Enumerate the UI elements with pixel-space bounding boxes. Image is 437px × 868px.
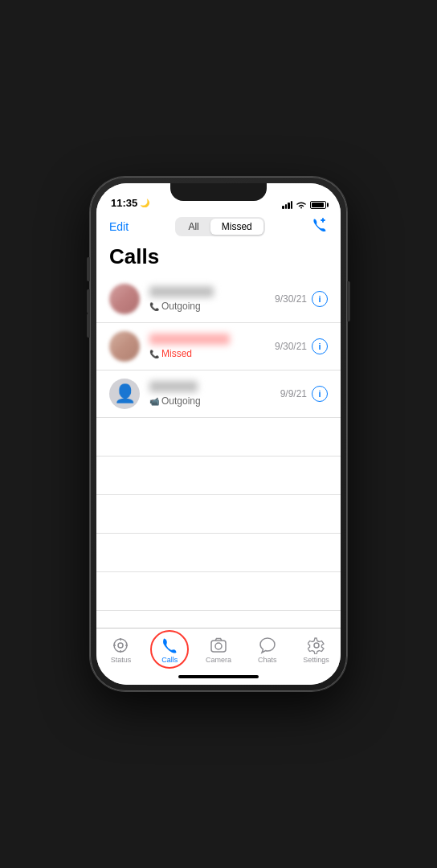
segment-all[interactable]: All <box>177 219 210 235</box>
status-tab-icon <box>112 637 129 654</box>
call-info-1: 📞 Outgoing <box>149 286 275 312</box>
page-title: Calls <box>96 241 341 276</box>
call-date-3: 9/9/21 <box>280 388 307 399</box>
call-meta-3: 9/9/21 i <box>280 386 328 402</box>
svg-rect-6 <box>211 641 226 652</box>
notch <box>170 183 267 201</box>
call-info-3: 📹 Outgoing <box>149 381 280 407</box>
add-call-button[interactable] <box>312 218 328 236</box>
empty-row-1 <box>96 418 341 457</box>
empty-row-2 <box>96 457 341 495</box>
calls-tab-icon <box>161 637 178 654</box>
call-item-3[interactable]: 👤 📹 Outgoing 9/9/21 i <box>96 371 341 418</box>
svg-point-1 <box>118 643 123 648</box>
chats-tab-icon <box>259 637 276 654</box>
call-type-label-2: Missed <box>161 348 192 359</box>
info-button-3[interactable]: i <box>312 386 328 402</box>
tab-chats-label: Chats <box>258 656 277 664</box>
battery-icon <box>310 201 326 209</box>
settings-tab-icon <box>308 637 325 654</box>
call-item-2[interactable]: 📞 Missed 9/30/21 i <box>96 323 341 371</box>
tab-camera-label: Camera <box>206 656 231 664</box>
empty-row-6 <box>96 611 341 628</box>
contact-name-3 <box>149 381 198 392</box>
call-type-icon-3: 📹 <box>149 397 159 406</box>
call-item-1[interactable]: 📞 Outgoing 9/30/21 i <box>96 276 341 323</box>
tab-status[interactable]: Status <box>96 633 145 667</box>
signal-icon <box>282 201 292 209</box>
call-info-2: 📞 Missed <box>149 334 275 359</box>
tab-settings[interactable]: Settings <box>292 633 341 667</box>
empty-row-5 <box>96 572 341 611</box>
avatar-2 <box>109 331 140 362</box>
svg-point-7 <box>215 643 222 649</box>
call-type-label-3: Outgoing <box>161 395 201 407</box>
call-type-1: 📞 Outgoing <box>149 301 275 312</box>
call-type-3: 📹 Outgoing <box>149 395 280 407</box>
avatar-1 <box>109 284 140 314</box>
avatar-3: 👤 <box>109 379 140 409</box>
info-button-2[interactable]: i <box>312 338 328 354</box>
call-type-2: 📞 Missed <box>149 348 275 359</box>
svg-point-8 <box>314 643 319 648</box>
segment-missed[interactable]: Missed <box>210 219 263 235</box>
call-date-2: 9/30/21 <box>275 341 307 352</box>
info-button-1[interactable]: i <box>312 291 328 307</box>
wifi-icon <box>296 201 307 209</box>
camera-tab-icon <box>210 637 227 654</box>
tab-calls-label: Calls <box>161 656 178 664</box>
contact-name-1 <box>149 286 214 297</box>
edit-button[interactable]: Edit <box>109 220 129 233</box>
contact-name-2 <box>149 334 230 345</box>
call-type-icon-2: 📞 <box>149 350 159 358</box>
tab-status-label: Status <box>111 656 132 664</box>
moon-icon: 🌙 <box>140 199 149 207</box>
tab-settings-label: Settings <box>303 656 329 664</box>
call-type-icon-1: 📞 <box>149 302 159 311</box>
call-type-label-1: Outgoing <box>161 301 201 312</box>
status-time: 11:35 <box>111 197 137 209</box>
empty-row-3 <box>96 495 341 534</box>
phone-frame: 11:35 🌙 Edit All <box>90 177 347 691</box>
status-icons <box>282 201 326 209</box>
tab-chats[interactable]: Chats <box>243 633 292 667</box>
phone-screen: 11:35 🌙 Edit All <box>96 183 341 685</box>
tab-bar: Status Calls Camera <box>96 628 341 669</box>
call-list: 📞 Outgoing 9/30/21 i 📞 Missed <box>96 276 341 628</box>
call-meta-2: 9/30/21 i <box>275 338 328 354</box>
segment-control: All Missed <box>175 217 264 236</box>
home-indicator <box>96 669 341 685</box>
empty-row-4 <box>96 534 341 572</box>
call-date-1: 9/30/21 <box>275 293 307 305</box>
person-icon: 👤 <box>114 383 136 404</box>
tab-camera[interactable]: Camera <box>194 633 243 667</box>
call-meta-1: 9/30/21 i <box>275 291 328 307</box>
svg-point-0 <box>114 639 127 652</box>
home-indicator-bar <box>178 675 259 678</box>
tab-calls[interactable]: Calls <box>145 633 194 667</box>
nav-bar: Edit All Missed <box>96 212 341 241</box>
add-call-icon <box>312 218 328 232</box>
